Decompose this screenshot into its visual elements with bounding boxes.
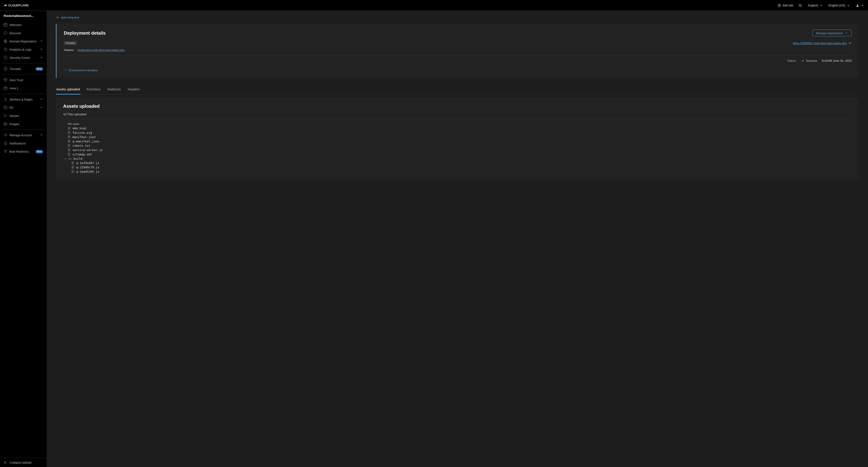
chevron-down-icon xyxy=(861,4,864,7)
collapse-sidebar-button[interactable]: Collapse sidebar xyxy=(0,458,47,467)
workers-icon xyxy=(4,98,7,101)
file-name: q-2aa45205.js xyxy=(76,170,99,173)
folder-name: build xyxy=(73,157,82,160)
sidebar-item-discover[interactable]: Discover xyxy=(0,29,47,37)
aliases-label: Aliases: xyxy=(64,48,74,52)
folder-row[interactable]: build xyxy=(63,157,851,161)
search-icon xyxy=(799,4,802,7)
divider xyxy=(2,94,44,94)
file-row: 404.html xyxy=(63,126,851,131)
check-icon xyxy=(801,59,805,62)
file-icon xyxy=(71,162,74,164)
sidebar-item-domain-registration[interactable]: Domain Registration xyxy=(0,37,47,45)
sidebar-item-websites[interactable]: Websites xyxy=(0,21,47,29)
chevron-down-icon xyxy=(846,4,850,7)
deployment-timestamp: 9:42AM June 26, 2023 xyxy=(822,59,851,62)
sidebar-item-label: Zero Trust xyxy=(9,78,43,82)
user-menu[interactable] xyxy=(856,4,864,7)
sidebar-item-label: Manage Account xyxy=(9,133,38,137)
account-name[interactable]: Rockchalkwushock... xyxy=(0,11,47,21)
svg-point-1 xyxy=(799,4,801,6)
file-name: manifest.json xyxy=(72,135,96,139)
file-table[interactable]: File name 404.html favicon.svg manifest.… xyxy=(63,122,851,174)
chevron-right-icon xyxy=(64,68,67,72)
svg-rect-3 xyxy=(4,23,7,26)
sidebar-item-turnstile[interactable]: Turnstile Beta xyxy=(0,65,47,73)
search-button[interactable] xyxy=(799,4,802,7)
svg-rect-11 xyxy=(4,123,7,125)
preview-url-text: https://55f0f8e7.qwik-blog-test.pages.de… xyxy=(793,41,847,45)
file-name: robots.txt xyxy=(72,144,90,147)
compass-icon xyxy=(4,31,7,35)
add-site-button[interactable]: Add site xyxy=(777,4,793,7)
chevron-down-icon xyxy=(40,56,43,59)
plus-circle-icon xyxy=(777,4,781,7)
divider xyxy=(2,63,44,63)
add-site-label: Add site xyxy=(782,4,793,7)
file-name: 404.html xyxy=(72,127,87,130)
language-menu[interactable]: English (US) xyxy=(829,4,850,7)
sidebar-item-security-center[interactable]: Security Center xyxy=(0,54,47,62)
alias-link[interactable]: production.qwik-blog-test.pages.dev xyxy=(78,48,125,52)
file-icon xyxy=(68,153,71,156)
turnstile-icon xyxy=(4,67,7,71)
svg-point-13 xyxy=(5,135,6,136)
sidebar-item-r2[interactable]: R2 xyxy=(0,103,47,112)
logo[interactable]: CLOUDFLARE xyxy=(4,4,29,7)
file-table-header: File name xyxy=(63,122,851,126)
zero-trust-icon xyxy=(4,78,7,82)
sidebar-item-manage-account[interactable]: Manage Account xyxy=(0,131,47,139)
collapse-icon xyxy=(4,461,7,464)
sidebar-item-stream[interactable]: Stream xyxy=(0,112,47,120)
sidebar-item-workers-pages[interactable]: Workers & Pages xyxy=(0,95,47,103)
svg-point-4 xyxy=(4,32,7,35)
file-name: q-22949cf9.js xyxy=(76,166,99,169)
preview-url-link[interactable]: https://55f0f8e7.qwik-blog-test.pages.de… xyxy=(793,41,851,45)
clock-icon xyxy=(4,47,7,51)
file-icon xyxy=(68,131,71,134)
sidebar-item-analytics[interactable]: Analytics & Logs xyxy=(0,45,47,54)
assets-title: Assets uploaded xyxy=(63,104,851,109)
envelope-icon xyxy=(4,86,7,90)
sidebar-item-images[interactable]: Images xyxy=(0,120,47,128)
chevron-down-icon xyxy=(40,134,43,136)
file-name: favicon.svg xyxy=(72,131,92,134)
file-name: q-1a79a38f.js xyxy=(76,161,99,165)
sidebar-item-label: Discover xyxy=(9,31,43,35)
file-icon xyxy=(68,144,71,147)
support-menu[interactable]: Support xyxy=(808,4,823,7)
file-row: q-1a79a38f.js xyxy=(63,161,851,165)
topbar: CLOUDFLARE Add site Support English (US) xyxy=(0,0,868,11)
sidebar-item-zero-trust[interactable]: Zero Trust xyxy=(0,76,47,84)
file-row: robots.txt xyxy=(63,143,851,148)
sidebar-item-label: Security Center xyxy=(9,56,38,60)
status-text: Success xyxy=(806,59,817,62)
language-label: English (US) xyxy=(829,4,845,7)
sidebar-item-label: Images xyxy=(9,122,43,126)
file-icon xyxy=(68,140,71,143)
beta-badge: Beta xyxy=(36,67,43,71)
sidebar-item-label: Stream xyxy=(9,114,43,118)
sidebar-item-notifications[interactable]: Notifications xyxy=(0,139,47,147)
tab-redirects[interactable]: Redirects xyxy=(107,85,121,94)
manage-deployment-button[interactable]: Manage deployment xyxy=(812,30,851,36)
user-icon xyxy=(856,4,859,7)
svg-point-8 xyxy=(5,79,6,80)
file-name: sitemap.xml xyxy=(72,153,92,156)
tab-functions[interactable]: Functions xyxy=(86,85,101,94)
svg-point-10 xyxy=(4,106,7,107)
sidebar-item-area1[interactable]: Area 1 xyxy=(0,84,47,92)
sidebar-item-bulk-redirects[interactable]: Bulk Redirects Beta xyxy=(0,147,47,156)
sidebar-item-label: Bulk Redirects xyxy=(9,150,33,153)
file-row: service-worker.js xyxy=(63,148,851,152)
environment-variables-toggle[interactable]: Environment variables xyxy=(64,68,851,72)
collapse-label: Collapse sidebar xyxy=(9,461,32,464)
bell-icon xyxy=(4,141,7,145)
tab-headers[interactable]: Headers xyxy=(127,85,140,94)
tab-assets-uploaded[interactable]: Assets uploaded xyxy=(56,85,81,95)
chevron-down-icon xyxy=(40,40,43,43)
file-name: service-worker.js xyxy=(72,148,103,152)
file-row: q-2aa45205.js xyxy=(63,169,851,174)
sidebar-item-label: Workers & Pages xyxy=(9,98,38,101)
breadcrumb-back[interactable]: qwik-blog-test xyxy=(56,15,79,19)
